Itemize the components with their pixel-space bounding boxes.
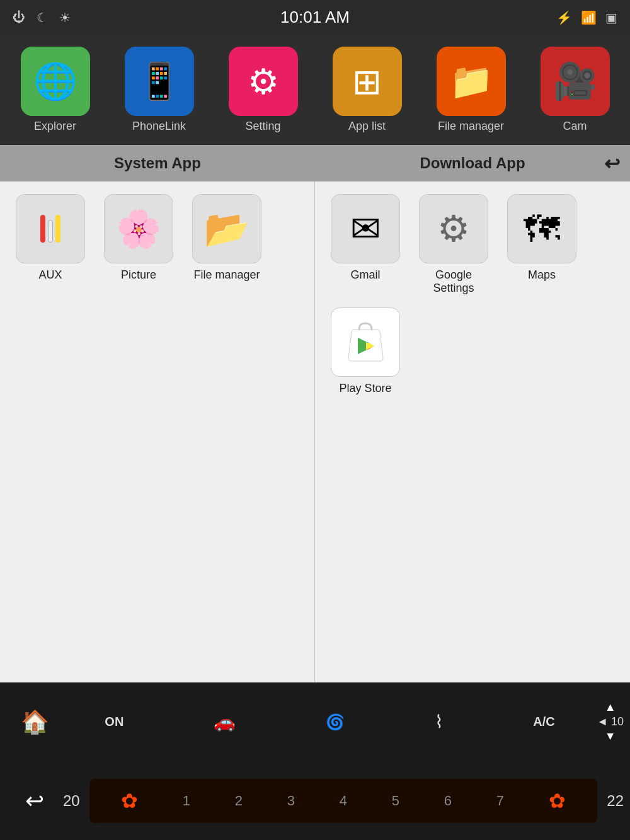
night-icon: ☾ [37, 10, 48, 25]
filemanager-sys-icon-box: 📂 [192, 194, 261, 263]
radio-2[interactable]: 2 [235, 793, 243, 809]
applist-icon-box: ⊞ [333, 47, 402, 116]
aux-label: AUX [38, 268, 62, 282]
playstore-icon-box [331, 308, 400, 377]
playstore-label: Play Store [339, 382, 391, 395]
app-gmail[interactable]: ✉ Gmail [328, 194, 403, 295]
brightness-icon: ☀ [59, 10, 71, 25]
radio-5[interactable]: 5 [392, 793, 399, 809]
picture-label: Picture [121, 268, 156, 282]
bottom-control-bar: 🏠 ON 🚗 🌀 ⌇ A/C ▲ ◄ 10 ▼ ↩ 20 ✿ 1 2 3 4 5… [0, 682, 630, 840]
fan-direction-icon[interactable]: 🌀 [326, 713, 345, 731]
gmail-icon-box: ✉ [331, 194, 400, 263]
app-googlesettings[interactable]: ⚙ Google Settings [416, 194, 491, 295]
radio-3[interactable]: 3 [287, 793, 295, 809]
rear-defrost-icon[interactable]: 🚗 [214, 711, 236, 732]
app-maps[interactable]: 🗺 Maps [504, 194, 580, 295]
applist-label: App list [348, 120, 386, 133]
system-title-text: System App [114, 154, 201, 172]
picture-icon-box: 🌸 [104, 194, 173, 263]
applist-icon: ⊞ [352, 61, 382, 102]
main-content: AUX 🌸 Picture 📂 File manager ✉ Gmail [0, 181, 630, 682]
volume-label: ◄ 10 [597, 715, 624, 728]
status-right-icons: ⚡ 📶 ▣ [556, 10, 617, 25]
explorer-icon: 🌐 [33, 60, 77, 102]
climate-controls-top: ON 🚗 🌀 ⌇ A/C [63, 711, 597, 732]
filemanager-sys-label: File manager [193, 268, 260, 282]
filemanager-icon: 📁 [449, 60, 493, 102]
filemanager-label: File manager [438, 120, 504, 133]
volume-control[interactable]: ▲ ◄ 10 ▼ [597, 701, 624, 743]
fan-right-icon: ✿ [549, 789, 566, 813]
ac-label[interactable]: A/C [533, 715, 554, 729]
home-button[interactable]: 🏠 [6, 694, 63, 751]
radio-6[interactable]: 6 [444, 793, 452, 809]
download-app-title: Download App ↩ [315, 145, 630, 181]
fan-left-icon: ✿ [121, 789, 138, 813]
aux-icon [40, 215, 60, 243]
filemanager-sys-icon: 📂 [204, 207, 249, 250]
status-left-icons: ⏻ ☾ ☀ [13, 10, 71, 25]
googlesettings-label: Google Settings [416, 268, 491, 295]
googlesettings-icon: ⚙ [437, 207, 470, 250]
app-aux[interactable]: AUX [13, 194, 88, 282]
temp-right: 22 [607, 792, 624, 810]
wifi-icon: 📶 [581, 10, 597, 25]
explorer-label: Explorer [34, 120, 76, 133]
setting-icon: ⚙ [248, 61, 279, 102]
app-picture[interactable]: 🌸 Picture [101, 194, 176, 282]
setting-icon-box: ⚙ [229, 47, 298, 116]
section-header: System App Download App ↩ [0, 145, 630, 181]
download-app-panel: ✉ Gmail ⚙ Google Settings 🗺 Maps [315, 181, 630, 682]
rear-wiper-icon[interactable]: ⌇ [435, 711, 444, 732]
back-button[interactable]: ↩ [604, 152, 620, 175]
maps-label: Maps [528, 268, 556, 282]
app-phonelink[interactable]: 📱 PhoneLink [110, 47, 208, 133]
explorer-icon-box: 🌐 [21, 47, 90, 116]
phonelink-label: PhoneLink [132, 120, 186, 133]
setting-label: Setting [245, 120, 280, 133]
maps-icon-box: 🗺 [507, 194, 576, 263]
phonelink-icon: 📱 [137, 60, 181, 102]
bottom-bottom-row: ↩ 20 ✿ 1 2 3 4 5 6 7 ✿ 22 [0, 761, 630, 840]
app-applist[interactable]: ⊞ App list [318, 47, 416, 133]
cam-label: Cam [563, 120, 587, 133]
temp-left: 20 [63, 792, 80, 810]
usb-icon: ⚡ [556, 10, 572, 25]
power-icon: ⏻ [13, 10, 25, 25]
back-nav-button[interactable]: ↩ [6, 773, 63, 829]
picture-icon: 🌸 [116, 207, 161, 250]
aux-icon-box [16, 194, 85, 263]
app-playstore[interactable]: Play Store [328, 308, 403, 395]
radio-1[interactable]: 1 [183, 793, 190, 809]
phonelink-icon-box: 📱 [125, 47, 194, 116]
app-filemanager-sys[interactable]: 📂 File manager [189, 194, 265, 282]
maps-icon: 🗺 [524, 208, 560, 250]
cam-icon: 🎥 [553, 60, 597, 102]
screen-icon: ▣ [605, 10, 617, 25]
app-setting[interactable]: ⚙ Setting [214, 47, 312, 133]
volume-up-arrow[interactable]: ▲ [605, 701, 616, 714]
filemanager-icon-box: 📁 [437, 47, 506, 116]
download-title-text: Download App [420, 154, 525, 172]
gmail-icon: ✉ [350, 207, 381, 250]
playstore-icon [345, 320, 386, 364]
system-app-title: System App [0, 145, 315, 181]
googlesettings-icon-box: ⚙ [419, 194, 488, 263]
clock: 10:01 AM [280, 8, 350, 27]
volume-down-arrow[interactable]: ▼ [605, 730, 616, 743]
top-app-bar: 🌐 Explorer 📱 PhoneLink ⚙ Setting ⊞ App l… [0, 35, 630, 145]
on-label[interactable]: ON [105, 715, 123, 729]
bottom-top-row: 🏠 ON 🚗 🌀 ⌇ A/C ▲ ◄ 10 ▼ [0, 682, 630, 761]
radio-7[interactable]: 7 [496, 793, 504, 809]
app-filemanager[interactable]: 📁 File manager [422, 47, 520, 133]
radio-4[interactable]: 4 [340, 793, 347, 809]
cam-icon-box: 🎥 [541, 47, 610, 116]
gmail-label: Gmail [350, 268, 380, 282]
app-explorer[interactable]: 🌐 Explorer [6, 47, 104, 133]
app-cam[interactable]: 🎥 Cam [526, 47, 624, 133]
radio-display: ✿ 1 2 3 4 5 6 7 ✿ [89, 779, 598, 823]
system-app-panel: AUX 🌸 Picture 📂 File manager [0, 181, 315, 682]
status-bar: ⏻ ☾ ☀ 10:01 AM ⚡ 📶 ▣ [0, 0, 630, 35]
